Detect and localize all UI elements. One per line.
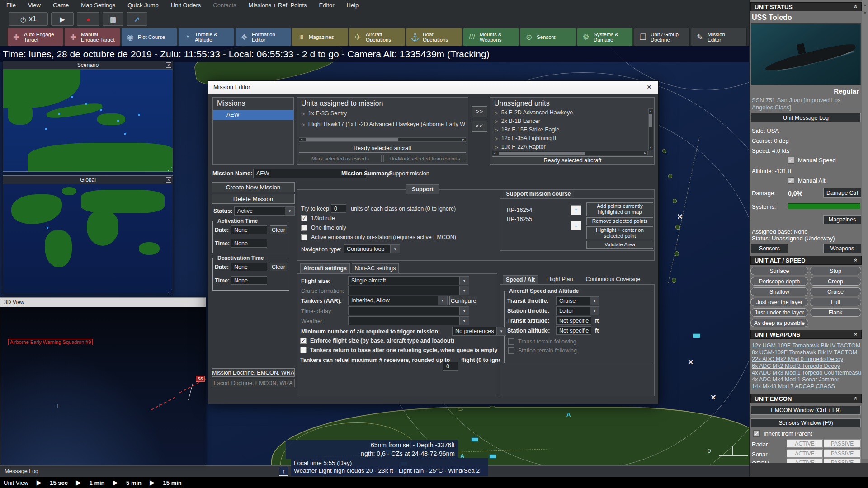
ready-selected-aircraft-button[interactable]: Ready selected aircraft — [492, 156, 653, 164]
view3d-title-bar[interactable]: 3D View — [0, 298, 206, 307]
assign-units-button[interactable]: >> — [472, 106, 487, 117]
unassigned-item[interactable]: ▷10x F-22A Raptor — [495, 144, 644, 150]
inherit-parent-checkbox[interactable]: ✓ — [753, 430, 760, 437]
scroll-up-icon[interactable]: ▲ — [862, 3, 868, 7]
message-log-expand-button[interactable]: ↑ — [279, 467, 288, 476]
one-third-rule-checkbox[interactable]: ✓ — [301, 215, 307, 221]
collapse-chevron-icon[interactable]: « — [853, 397, 859, 400]
scroll-right-icon[interactable]: ▸ — [462, 137, 464, 142]
interval-15sec[interactable]: 15 sec — [50, 479, 68, 486]
aircraft-settings-tab[interactable]: Aircraft settings — [300, 263, 350, 273]
play-button[interactable]: ▶ — [51, 12, 74, 26]
try-keep-input[interactable]: 0 — [331, 204, 346, 213]
station-altitude-input[interactable]: Not specifie — [556, 326, 591, 335]
expand-icon[interactable]: ▷ — [495, 127, 498, 132]
depth-deep-button[interactable]: As deep as possible — [750, 319, 808, 327]
unit-status-header[interactable]: UNIT STATUS « — [750, 2, 862, 11]
navigation-type-select[interactable]: Continous loop ▾ — [344, 244, 400, 253]
menu-map-settings[interactable]: Map Settings — [81, 2, 115, 9]
magazines-button[interactable]: Magazines — [823, 215, 861, 224]
transit-altitude-input[interactable]: Not specifie — [556, 316, 591, 325]
deactivation-time-input[interactable]: None — [231, 276, 267, 285]
support-tab[interactable]: Support — [406, 184, 439, 194]
collapse-chevron-icon[interactable]: « — [853, 258, 859, 262]
tankers-select[interactable]: Inherited, Allow ▾ — [348, 296, 448, 305]
unit-alt-speed-header[interactable]: UNIT ALT / SPEED « — [750, 256, 862, 265]
weapon-link[interactable]: 4x ADC Mk3 Mod 1 Torpedo Countermeasu — [752, 370, 861, 376]
radar-active-button[interactable]: ACTIVE — [787, 439, 823, 448]
deactivation-date-input[interactable]: None — [231, 263, 267, 271]
mission-list-item-aew[interactable]: AEW — [213, 110, 293, 120]
flight-plan-tab[interactable]: Flight Plan — [542, 275, 578, 284]
toolbar-sensors[interactable]: ⊙ Sensors — [520, 28, 576, 46]
speed-creep-button[interactable]: Creep — [810, 277, 861, 286]
unit-emcon-header[interactable]: UNIT EMCON « — [750, 394, 862, 403]
speed-stop-button[interactable]: Stop — [810, 267, 861, 275]
depth-under-layer-button[interactable]: Just under the layer — [750, 308, 808, 317]
record-button[interactable]: ● — [77, 12, 99, 26]
toolbar-mission-editor[interactable]: ✎ Mission Editor — [691, 28, 747, 46]
speed-flank-button[interactable]: Flank — [810, 308, 861, 317]
course-point[interactable]: RP-16254 — [507, 207, 532, 213]
sonar-passive-button[interactable]: PASSIVE — [824, 449, 861, 458]
sensors-button[interactable]: Sensors — [751, 244, 788, 253]
mark-escorts-button[interactable]: Mark selected as escorts — [299, 155, 382, 162]
menu-help[interactable]: Help — [347, 2, 359, 9]
menu-missions-ref-points[interactable]: Missions + Ref. Points — [249, 2, 307, 9]
unassigned-item[interactable]: ▷5x E-2D Advanced Hawkeye — [495, 109, 644, 116]
sonar-active-button[interactable]: ACTIVE — [787, 449, 823, 458]
move-point-down-button[interactable]: ↓ — [571, 221, 581, 230]
global-map[interactable]: ⋰ — [3, 184, 173, 294]
scroll-left-icon[interactable]: ◂ — [494, 151, 495, 155]
scrollbar-thumb[interactable] — [649, 114, 652, 127]
speed-alt-tab[interactable]: Speed / Alt — [503, 275, 538, 284]
damage-ctrl-button[interactable]: Damage Ctrl — [823, 188, 861, 198]
mission-doctrine-button[interactable]: Mission Doctrine, EMCON, WRA — [212, 368, 295, 377]
assigned-item[interactable]: ▷Flight Hawk17 (1x E-2D Advanced Hawkeye… — [302, 121, 465, 127]
scenario-title-bar[interactable]: Scenario × — [3, 61, 173, 70]
weapon-link[interactable]: 12x UGM-109E Tomahawk Blk IV TACTOM — [752, 343, 861, 349]
time-compression-button[interactable]: ◴ x1 — [9, 12, 48, 26]
non-ac-settings-tab[interactable]: Non-AC settings — [352, 263, 399, 273]
support-mission-course-tab[interactable]: Support mission course — [503, 189, 574, 198]
move-point-up-button[interactable]: ↑ — [571, 205, 581, 215]
tankers-return-checkbox[interactable]: ✓ — [300, 347, 307, 353]
status-select[interactable]: Active ▾ — [234, 206, 295, 216]
toolbar-boat-operations[interactable]: ⚓ Boat Operations — [406, 28, 462, 46]
emcon-window-button[interactable]: EMCON Window (Ctrl + F9) — [751, 406, 861, 415]
remove-points-button[interactable]: Remove selected points — [586, 217, 653, 225]
close-icon[interactable]: × — [166, 62, 171, 68]
unassigned-item[interactable]: ▷18x F-15E Strike Eagle — [495, 127, 644, 133]
dialog-title-bar[interactable]: Mission Editor × — [208, 81, 658, 94]
depth-surface-button[interactable]: Surface — [750, 267, 808, 275]
toolbar-manual-engage-target[interactable]: ✚ Manual Engage Target — [64, 28, 120, 46]
play-icon[interactable]: ▶ — [76, 479, 81, 487]
unit-message-log-button[interactable]: Unit Message Log — [751, 113, 861, 122]
weapon-link[interactable]: 14x Mk48 Mod 7 ADCAP CBASS — [752, 383, 861, 389]
horizontal-scrollbar[interactable]: ◂ ▸ — [299, 137, 466, 142]
expand-icon[interactable]: ▷ — [495, 119, 498, 124]
depth-periscope-button[interactable]: Periscope depth — [750, 277, 808, 286]
expand-icon[interactable]: ▷ — [302, 122, 305, 127]
resize-grip-icon[interactable]: ⋰ — [168, 166, 172, 171]
toolbar-throttle-altitude[interactable]: ◔ Throttle & Altitude — [178, 28, 234, 46]
toolbar-aircraft-operations[interactable]: ✈ Aircraft Operations — [349, 28, 405, 46]
scenario-map[interactable]: ⋰ — [3, 70, 173, 171]
expand-icon[interactable]: ▷ — [495, 145, 498, 150]
jump-to-button[interactable]: ↗ — [127, 12, 147, 26]
menu-quick-jump[interactable]: Quick Jump — [127, 2, 159, 9]
unassigned-item[interactable]: ▷2x B-1B Lancer — [495, 118, 644, 124]
min-aircraft-select[interactable]: No preferences ▾ — [452, 327, 506, 336]
close-icon[interactable]: × — [166, 177, 171, 183]
interval-1min[interactable]: 1 min — [90, 479, 105, 486]
highlight-center-button[interactable]: Highlight + center on selected point — [586, 226, 653, 239]
ready-selected-aircraft-button[interactable]: Ready selected aircraft — [299, 144, 466, 153]
scroll-down-icon[interactable]: ▼ — [862, 11, 868, 15]
resize-grip-icon[interactable]: ⋰ — [168, 289, 172, 294]
activation-date-input[interactable]: None — [231, 225, 267, 234]
toolbar-plot-course[interactable]: ◉ Plot Course — [121, 28, 177, 46]
unassign-units-button[interactable]: << — [472, 121, 487, 132]
global-title-bar[interactable]: Global × — [3, 176, 173, 184]
view3d-window[interactable]: 3D View Airborne Early Warning Squadron … — [0, 297, 206, 465]
menu-editor[interactable]: Editor — [319, 2, 335, 9]
